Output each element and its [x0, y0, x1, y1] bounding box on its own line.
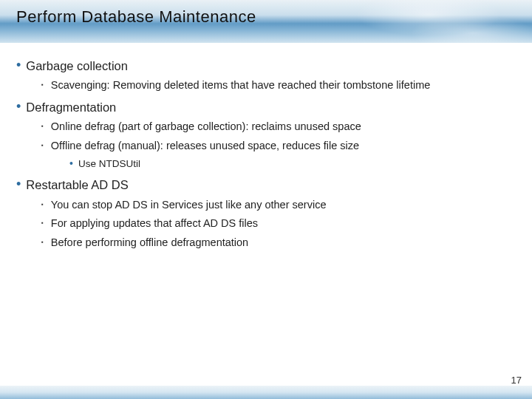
bullet-icon: • — [69, 157, 73, 170]
slide: Perform Database Maintenance • Garbage c… — [0, 0, 532, 399]
square-bullet-icon: ▪ — [41, 120, 44, 133]
list-item: ▪ You can stop AD DS in Services just li… — [41, 198, 516, 213]
square-bullet-icon: ▪ — [41, 236, 44, 249]
page-number: 17 — [511, 375, 522, 386]
subitem-text: Use NTDSUtil — [78, 157, 516, 171]
item-text: For applying updates that affect AD DS f… — [51, 216, 516, 231]
section-heading: • Restartable AD DS — [16, 177, 516, 193]
square-bullet-icon: ▪ — [41, 198, 44, 211]
item-text: Offline defrag (manual): releases unused… — [51, 139, 516, 154]
slide-title: Perform Database Maintenance — [16, 7, 256, 27]
heading-text: Garbage collection — [26, 58, 516, 74]
bullet-icon: • — [16, 58, 21, 72]
list-item: ▪ For applying updates that affect AD DS… — [41, 216, 516, 231]
heading-text: Restartable AD DS — [26, 177, 516, 193]
item-text: You can stop AD DS in Services just like… — [51, 198, 516, 213]
item-text: Before performing offline defragmentatio… — [51, 236, 516, 250]
item-text: Scavenging: Removing deleted items that … — [51, 78, 516, 93]
list-item: ▪ Online defrag (part of garbage collect… — [41, 120, 516, 134]
item-text: Online defrag (part of garbage collectio… — [51, 120, 516, 134]
section-heading: • Garbage collection — [16, 58, 516, 74]
section-heading: • Defragmentation — [16, 99, 516, 115]
heading-text: Defragmentation — [26, 99, 516, 115]
slide-content: • Garbage collection ▪ Scavenging: Remov… — [16, 52, 516, 254]
square-bullet-icon: ▪ — [41, 78, 44, 92]
square-bullet-icon: ▪ — [41, 139, 44, 152]
square-bullet-icon: ▪ — [41, 216, 44, 230]
bullet-icon: • — [16, 99, 21, 114]
footer-band — [0, 386, 532, 399]
sub-list-item: • Use NTDSUtil — [69, 157, 516, 171]
bullet-icon: • — [16, 177, 21, 191]
list-item: ▪ Scavenging: Removing deleted items tha… — [41, 78, 516, 93]
list-item: ▪ Offline defrag (manual): releases unus… — [41, 139, 516, 154]
list-item: ▪ Before performing offline defragmentat… — [41, 236, 516, 250]
